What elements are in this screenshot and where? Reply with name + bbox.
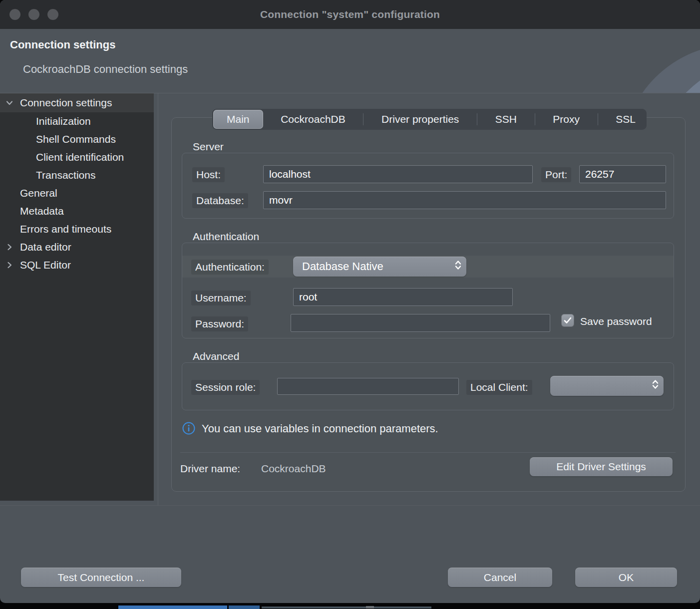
footer-divider (0, 505, 700, 506)
tab-separator (535, 113, 535, 125)
sidebar-item-shell-commands[interactable]: Shell Commands (0, 130, 154, 148)
sidebar-item-label: Client identification (36, 151, 124, 163)
dialog-header: Connection settings CockroachDB connecti… (0, 29, 700, 93)
session-role-label: Session role: (191, 380, 260, 395)
connection-config-dialog: Connection "system" configuration Connec… (0, 0, 700, 603)
decorative-swoosh (613, 29, 700, 93)
sidebar-item-label: Shell Commands (36, 133, 116, 145)
tab-main[interactable]: Main (213, 110, 263, 129)
tab-bar: MainCockroachDBDriver propertiesSSHProxy… (212, 109, 647, 130)
password-label: Password: (191, 316, 248, 331)
sidebar-divider (158, 93, 158, 506)
tab-proxy[interactable]: Proxy (543, 110, 590, 129)
driver-divider (180, 452, 676, 453)
background-window-fragment (118, 606, 227, 609)
save-password-label: Save password (580, 315, 652, 327)
chevron-down-icon[interactable] (4, 97, 15, 108)
database-label: Database: (192, 193, 248, 208)
background-window-fragment (262, 607, 431, 609)
sidebar-item-label: SQL Editor (20, 259, 71, 271)
sidebar-item-label: General (20, 187, 57, 199)
username-label: Username: (191, 291, 251, 305)
sidebar-item-client-identification[interactable]: Client identification (0, 148, 154, 166)
sidebar-item-metadata[interactable]: Metadata (0, 202, 154, 220)
traffic-lights (9, 9, 58, 20)
tab-separator (477, 113, 477, 125)
sidebar-item-label: Metadata (20, 205, 64, 217)
server-group: Host: Port: Database: (182, 153, 674, 219)
driver-name-label: Driver name: (180, 463, 240, 475)
tab-separator (363, 113, 363, 125)
authentication-select-value: Database Native (302, 260, 383, 273)
chevron-right-icon[interactable] (4, 242, 15, 253)
info-message: You can use variables in connection para… (202, 422, 438, 435)
sidebar-item-transactions[interactable]: Transactions (0, 166, 154, 184)
sidebar-item-label: Data editor (20, 241, 71, 253)
sidebar-item-errors-and-timeouts[interactable]: Errors and timeouts (0, 220, 154, 238)
window-titlebar[interactable]: Connection "system" configuration (0, 0, 700, 29)
tab-ssl[interactable]: SSL (606, 110, 646, 129)
cancel-button[interactable]: Cancel (448, 568, 552, 587)
sidebar-item-general[interactable]: General (0, 184, 154, 202)
sidebar-item-label: Connection settings (20, 97, 112, 109)
edit-driver-settings-button[interactable]: Edit Driver Settings (530, 457, 673, 476)
sidebar-tree: Connection settingsInitializationShell C… (0, 93, 154, 501)
sidebar-item-label: Transactions (36, 169, 95, 181)
host-label: Host: (192, 167, 225, 182)
port-input[interactable] (579, 165, 666, 183)
page-title: Connection settings (10, 38, 115, 51)
authentication-group-legend: Authentication (193, 231, 259, 243)
tab-cockroachdb[interactable]: CockroachDB (271, 110, 355, 129)
username-input[interactable] (293, 288, 513, 306)
window-title: Connection "system" configuration (260, 8, 440, 20)
port-label: Port: (541, 167, 571, 182)
authentication-label: Authentication: (191, 260, 269, 275)
updown-chevrons-icon (454, 260, 462, 274)
advanced-group-legend: Advanced (193, 350, 239, 362)
check-icon (563, 316, 572, 325)
local-client-select[interactable] (550, 376, 664, 396)
info-icon (182, 421, 196, 437)
session-role-input[interactable] (277, 378, 459, 395)
local-client-label: Local Client: (466, 380, 532, 395)
authentication-group: Authentication: Database Native Username… (182, 243, 674, 338)
tab-driver-properties[interactable]: Driver properties (371, 110, 469, 129)
sidebar-item-label: Errors and timeouts (20, 223, 111, 235)
minimize-window-icon[interactable] (28, 9, 39, 20)
updown-chevrons-icon (652, 379, 659, 393)
sidebar-item-initialization[interactable]: Initialization (0, 112, 154, 130)
ok-button[interactable]: OK (575, 568, 677, 587)
zoom-window-icon[interactable] (47, 9, 58, 20)
sidebar-item-connection-settings[interactable]: Connection settings (0, 93, 154, 112)
password-input[interactable] (291, 314, 550, 332)
chevron-right-icon[interactable] (4, 260, 15, 271)
close-window-icon[interactable] (9, 9, 20, 20)
database-input[interactable] (263, 191, 666, 209)
sidebar-item-sql-editor[interactable]: SQL Editor (0, 256, 154, 274)
authentication-select[interactable]: Database Native (293, 257, 466, 277)
test-connection-button[interactable]: Test Connection ... (21, 568, 181, 587)
host-input[interactable] (263, 165, 533, 183)
sidebar-item-label: Initialization (36, 115, 91, 127)
tab-ssh[interactable]: SSH (485, 110, 527, 129)
main-settings-panel: Server Host: Port: Database: Authenticat… (171, 117, 686, 492)
desktop: { "window": { "title": "Connection \"sys… (0, 0, 700, 609)
background-window-fragment (366, 606, 374, 609)
tab-separator (598, 113, 598, 125)
save-password-checkbox[interactable] (561, 314, 574, 327)
page-subtitle: CockroachDB connection settings (23, 63, 188, 76)
server-group-legend: Server (193, 141, 224, 153)
advanced-group: Session role: Local Client: (182, 362, 674, 410)
background-window-fragment (229, 606, 260, 609)
sidebar-item-data-editor[interactable]: Data editor (0, 238, 154, 256)
driver-name-value: CockroachDB (261, 463, 326, 475)
